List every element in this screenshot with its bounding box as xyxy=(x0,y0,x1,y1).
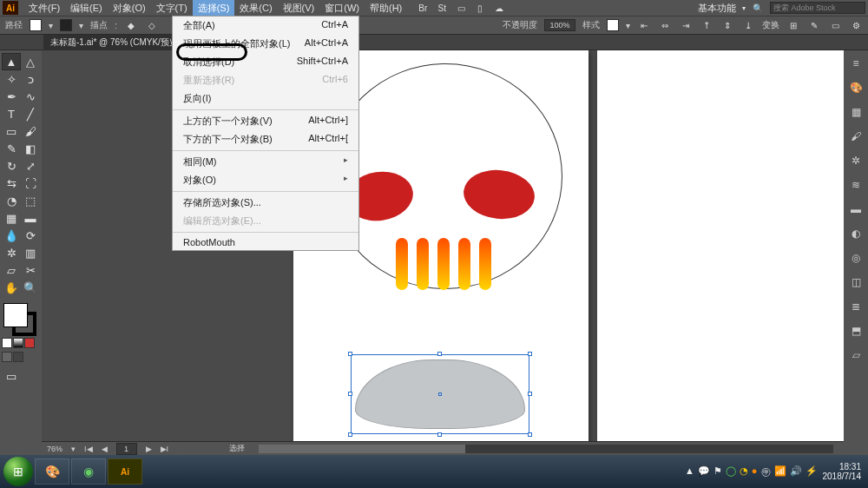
style-swatch[interactable] xyxy=(607,19,619,31)
gradient-tool[interactable]: ▬ xyxy=(21,209,40,227)
slice-tool[interactable]: ✂ xyxy=(21,261,40,279)
line-tool[interactable]: ╱ xyxy=(21,105,40,122)
tray-input-icon[interactable]: ㊥ xyxy=(761,465,771,478)
mesh-tool[interactable]: ▦ xyxy=(2,209,21,227)
cloud-icon[interactable]: ☁ xyxy=(492,1,506,15)
task-item-illustrator[interactable]: Ai xyxy=(108,458,142,485)
menu-item-saved-robotmouth[interactable]: RobotMouth xyxy=(173,234,358,250)
tray-q-icon[interactable]: ◔ xyxy=(740,465,748,478)
panel-brushes-icon[interactable]: 🖌 xyxy=(846,127,865,146)
direct-selection-tool[interactable]: △ xyxy=(21,53,40,70)
paintbrush-tool[interactable]: 🖌 xyxy=(21,122,40,140)
start-button[interactable]: ⊞ xyxy=(3,457,33,486)
panel-layers-icon[interactable]: ≣ xyxy=(846,297,865,316)
tray-volume-icon[interactable]: 🔊 xyxy=(790,465,802,478)
screen-mode-full-icon[interactable] xyxy=(13,352,23,362)
tray-battery-icon[interactable]: ⚡ xyxy=(806,465,818,478)
stock-icon[interactable]: St xyxy=(435,1,449,15)
selection-tool[interactable]: ▲ xyxy=(2,53,21,70)
zoom-tool[interactable]: 🔍 xyxy=(21,279,40,296)
menu-object[interactable]: 对象(O) xyxy=(108,0,151,16)
artboard-tool[interactable]: ▱ xyxy=(2,261,21,279)
handle-tl[interactable] xyxy=(348,352,352,356)
panel-stroke-icon[interactable]: ≋ xyxy=(846,175,865,195)
tray-network-icon[interactable]: 📶 xyxy=(774,465,786,478)
curvature-tool[interactable]: ∿ xyxy=(21,88,40,105)
horizontal-scrollbar[interactable] xyxy=(259,445,833,453)
eyedropper-tool[interactable]: 💧 xyxy=(2,227,21,244)
handle-bl[interactable] xyxy=(348,432,352,437)
skull-tooth[interactable] xyxy=(458,238,470,290)
skull-tooth[interactable] xyxy=(479,238,491,290)
menu-item-same[interactable]: 相同(M) xyxy=(173,153,358,171)
handle-br[interactable] xyxy=(528,432,532,437)
color-mode-icon[interactable] xyxy=(2,338,12,348)
fill-stroke-indicator[interactable] xyxy=(2,301,36,336)
menu-view[interactable]: 视图(V) xyxy=(278,0,320,16)
handle-mr[interactable] xyxy=(528,392,532,396)
bridge-icon[interactable]: Br xyxy=(416,1,430,15)
taskbar-clock[interactable]: 18:31 2018/7/14 xyxy=(823,462,862,481)
search-icon[interactable]: 🔍 xyxy=(751,1,765,15)
menu-select[interactable]: 选择(S) xyxy=(193,0,235,16)
align-mid-icon[interactable]: ⇕ xyxy=(720,18,734,32)
lasso-tool[interactable]: ɔ xyxy=(21,70,40,88)
arrange2-icon[interactable]: ▯ xyxy=(473,1,487,15)
opacity-field[interactable]: 100% xyxy=(544,19,575,31)
panel-artboards-icon[interactable]: ▱ xyxy=(846,346,865,365)
blend-tool[interactable]: ⟳ xyxy=(21,227,40,244)
menu-type[interactable]: 文字(T) xyxy=(151,0,193,16)
selection-center[interactable] xyxy=(438,392,442,396)
canvas[interactable] xyxy=(42,50,844,455)
skull-tooth[interactable] xyxy=(417,238,429,290)
convert-anchor-icon[interactable]: ◆ xyxy=(124,18,138,32)
align-center-icon[interactable]: ⇔ xyxy=(658,18,672,32)
rectangle-tool[interactable]: ▭ xyxy=(2,122,21,140)
isolate-icon[interactable]: ⊞ xyxy=(786,18,800,32)
menu-item-next-above[interactable]: 上方的下一个对象(V)Alt+Ctrl+] xyxy=(173,112,358,130)
arrange-icon[interactable]: ▭ xyxy=(454,1,468,15)
menu-help[interactable]: 帮助(H) xyxy=(365,0,407,16)
more-icon[interactable]: ▭ xyxy=(828,18,842,32)
tray-flag-icon[interactable]: ⚑ xyxy=(713,465,722,478)
menu-file[interactable]: 文件(F) xyxy=(23,0,65,16)
menu-item-deselect[interactable]: 取消选择(D)Shift+Ctrl+A xyxy=(173,53,358,71)
workspace-switcher[interactable]: 基本功能 xyxy=(698,2,746,15)
panel-symbols-icon[interactable]: ✲ xyxy=(846,151,865,170)
change-screen-icon[interactable]: ▭ xyxy=(2,367,21,385)
align-bottom-icon[interactable]: ⤓ xyxy=(741,18,755,32)
shape-builder-tool[interactable]: ◔ xyxy=(2,192,21,209)
menu-edit[interactable]: 编辑(E) xyxy=(65,0,108,16)
artboard-index[interactable]: 1 xyxy=(116,443,137,455)
panel-color-icon[interactable]: 🎨 xyxy=(846,78,865,97)
menu-item-select-all[interactable]: 全部(A)Ctrl+A xyxy=(173,16,358,35)
gradient-mode-icon[interactable] xyxy=(13,338,23,348)
pen-tool[interactable]: ✒ xyxy=(2,88,21,105)
align-right-icon[interactable]: ⇥ xyxy=(679,18,693,32)
menu-item-next-below[interactable]: 下方的下一个对象(B)Alt+Ctrl+[ xyxy=(173,130,358,148)
eraser-tool[interactable]: ◧ xyxy=(21,140,40,157)
handle-ml[interactable] xyxy=(348,392,352,396)
shaper-tool[interactable]: ✎ xyxy=(2,140,21,157)
panel-gradient-icon[interactable]: ▬ xyxy=(846,200,865,219)
settings-icon[interactable]: ⚙ xyxy=(849,18,863,32)
artboard-2[interactable] xyxy=(597,50,844,450)
handle-bm[interactable] xyxy=(437,432,442,437)
skull-tooth[interactable] xyxy=(396,238,408,290)
type-tool[interactable]: T xyxy=(2,105,21,122)
menu-item-all-on-artboard[interactable]: 现用画板上的全部对象(L)Alt+Ctrl+A xyxy=(173,35,358,53)
width-tool[interactable]: ⇆ xyxy=(2,175,21,192)
edit-icon[interactable]: ✎ xyxy=(807,18,821,32)
magic-wand-tool[interactable]: ✧ xyxy=(2,70,21,88)
artboard-nav-last-icon[interactable]: ▶I xyxy=(161,445,169,453)
stroke-swatch[interactable] xyxy=(60,19,72,31)
artboard-nav-prev-icon[interactable]: ◀ xyxy=(102,445,108,453)
artboard-nav-next-icon[interactable]: ▶ xyxy=(146,445,152,453)
none-mode-icon[interactable] xyxy=(24,338,35,348)
task-item-360[interactable]: ◉ xyxy=(71,458,106,485)
panel-transparency-icon[interactable]: ◐ xyxy=(846,224,865,243)
panel-swatches-icon[interactable]: ▦ xyxy=(846,102,865,122)
convert-anchor2-icon[interactable]: ◇ xyxy=(145,18,159,32)
rotate-tool[interactable]: ↻ xyxy=(2,157,21,175)
menu-item-inverse[interactable]: 反向(I) xyxy=(173,89,358,108)
